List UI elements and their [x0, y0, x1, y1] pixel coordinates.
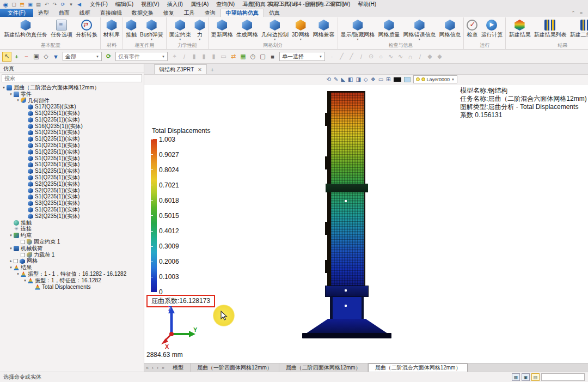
- ribbon-generate-mesh-button[interactable]: 生成网格: [235, 18, 260, 41]
- ribbon-new-task-button[interactable]: 新建结构仿真任务: [2, 18, 49, 38]
- layout-icon[interactable]: ⊞: [386, 76, 390, 82]
- menu-item[interactable]: 编辑(E): [112, 1, 137, 8]
- ribbon-tab[interactable]: 线框: [75, 9, 95, 17]
- sketch-icon[interactable]: ✎: [334, 76, 338, 82]
- curve-snap-icon[interactable]: ∿: [396, 52, 405, 62]
- ribbon-new-result-button[interactable]: 新建结果: [507, 18, 532, 38]
- ribbon-mesh-3d-button[interactable]: 3D网格▾: [290, 18, 311, 41]
- endpoint-snap-icon[interactable]: ╱: [337, 52, 346, 62]
- redo-icon[interactable]: ↷: [51, 1, 58, 8]
- expander-open-icon[interactable]: ▾: [1, 86, 7, 90]
- ribbon-show-hide-mesh-button[interactable]: 显示/隐藏网格▾: [339, 18, 377, 41]
- tree-item[interactable]: ▸网格: [0, 258, 144, 265]
- shaded-view-icon[interactable]: ◧: [348, 76, 353, 82]
- model-tab[interactable]: 屈曲（一阶四面体网格12mm）: [191, 363, 279, 372]
- print-icon[interactable]: ▤: [35, 1, 42, 8]
- ribbon-fixed-constraint-button[interactable]: 固定约束▾: [168, 18, 193, 41]
- ribbon-tab[interactable]: 造型: [33, 9, 54, 17]
- next-tab-icon[interactable]: ›: [155, 363, 160, 372]
- quick-access-dropdown-icon[interactable]: ▾: [68, 1, 75, 8]
- swap-folder-icon[interactable]: ⇄: [229, 52, 238, 62]
- checkbox[interactable]: [21, 240, 25, 244]
- visual-style-icon[interactable]: ◨: [356, 76, 361, 82]
- add-select-icon[interactable]: +: [12, 52, 21, 62]
- ribbon-tab[interactable]: 数据交换: [127, 9, 158, 17]
- new-doc-icon[interactable]: ▢: [10, 1, 17, 8]
- spline-snap-icon[interactable]: ∿: [386, 52, 395, 62]
- ribbon-tab[interactable]: 修复: [158, 9, 179, 17]
- expander-open-icon[interactable]: ▾: [8, 92, 14, 96]
- checkbox[interactable]: [14, 259, 18, 263]
- ribbon-tab[interactable]: 仿真: [264, 9, 285, 17]
- tree-item[interactable]: ▾机械载荷: [0, 245, 144, 252]
- filter-icon[interactable]: ▼: [51, 52, 60, 62]
- ribbon-contact-button[interactable]: 接触: [124, 18, 138, 41]
- tree-item[interactable]: ▾约束: [0, 232, 144, 239]
- box-select-icon[interactable]: ▢: [258, 52, 267, 62]
- ribbon-update-mesh-button[interactable]: 更新网格: [210, 18, 235, 41]
- expander-closed-icon[interactable]: ▸: [8, 259, 14, 263]
- model-tab[interactable]: 模型: [166, 363, 191, 372]
- dot-icon[interactable]: ■: [268, 52, 277, 62]
- arc-snap-icon[interactable]: ∩: [406, 52, 415, 62]
- ribbon-tab[interactable]: 工具: [179, 9, 200, 17]
- history-icon[interactable]: ◷: [248, 52, 258, 62]
- prev-tab-icon[interactable]: ‹: [150, 363, 155, 372]
- expander-open-icon[interactable]: ▾: [8, 265, 14, 270]
- tangent-snap-icon[interactable]: /: [415, 52, 425, 62]
- checkbox[interactable]: [21, 253, 25, 257]
- datum-filter-icon[interactable]: ⌖: [170, 52, 179, 62]
- tree-item[interactable]: ▾零件: [0, 91, 144, 98]
- menu-item[interactable]: 文件(F): [86, 1, 112, 8]
- graphics-canvas[interactable]: 模型名称:钢结构任务名称:屈曲（二阶混合六面体网格12mm)图解类型:屈曲分析 …: [144, 84, 588, 363]
- ribbon-task-options-button[interactable]: 任务选项: [49, 18, 74, 38]
- expander-open-icon[interactable]: ▾: [8, 246, 14, 251]
- model-tab[interactable]: 屈曲（二阶四面体网格12mm）: [279, 363, 368, 372]
- midpoint-snap-icon[interactable]: ╱: [347, 52, 356, 62]
- tree-item[interactable]: ▾振型：1，特征值：16.1282: [0, 277, 144, 284]
- fea-model[interactable]: [325, 91, 369, 339]
- pick-box-icon[interactable]: ▣: [32, 52, 41, 62]
- ribbon-tab[interactable]: 曲面: [54, 9, 75, 17]
- beam-filter-icon[interactable]: ▮: [189, 52, 199, 62]
- ribbon-mesh-error-button[interactable]: 网格错误信息▾: [401, 18, 437, 41]
- save-icon[interactable]: ▣: [27, 1, 34, 8]
- face-color-icon[interactable]: [404, 77, 411, 82]
- layer-dropdown[interactable]: Layer0000 ▼: [413, 75, 458, 83]
- ribbon-new-2d-plot-button[interactable]: 新建二维绘图: [568, 18, 588, 38]
- table-view-icon[interactable]: ▦: [512, 373, 520, 381]
- shell-filter-icon[interactable]: ▮: [199, 52, 209, 62]
- isometric-view-icon[interactable]: ◇: [364, 76, 368, 82]
- ribbon-material-lib-button[interactable]: 材料库: [102, 18, 121, 38]
- menu-item[interactable]: 视图(V): [137, 1, 163, 8]
- model-tab[interactable]: 屈曲（二阶混合六面体网格12mm）: [368, 363, 468, 372]
- polygon-select-icon[interactable]: ◇: [41, 52, 51, 62]
- file-menu-button[interactable]: 文件(F): [0, 9, 33, 17]
- axis-filter-icon[interactable]: /: [180, 52, 189, 62]
- status-input-field[interactable]: [541, 373, 585, 381]
- align-view-icon[interactable]: ◣: [341, 76, 345, 82]
- expander-open-icon[interactable]: ▾: [15, 98, 21, 102]
- part-filter-dropdown[interactable]: 仅有零件▼: [115, 52, 168, 61]
- search-input[interactable]: [4, 75, 139, 81]
- collapse-ribbon-icon[interactable]: ⌃: [571, 10, 575, 16]
- point-snap-icon[interactable]: ·: [327, 52, 336, 62]
- line-snap-icon[interactable]: /: [357, 52, 366, 62]
- ribbon-edge-control-button[interactable]: 几何边控制▾: [260, 18, 290, 41]
- input-mode-icon[interactable]: ▤: [531, 373, 540, 381]
- document-tab[interactable]: 钢结构.Z3PRT ✕: [154, 64, 207, 74]
- ribbon-force-button[interactable]: 力▾: [193, 18, 207, 41]
- last-tab-icon[interactable]: »: [160, 363, 166, 372]
- new-tab-button[interactable]: +: [207, 65, 218, 74]
- ribbon-bush-spring-button[interactable]: Bush弹簧▾: [138, 18, 165, 41]
- undo-icon[interactable]: ↶: [43, 1, 50, 8]
- expander-open-icon[interactable]: ▾: [15, 272, 21, 276]
- expander-open-icon[interactable]: ▾: [8, 233, 14, 238]
- ribbon-tab[interactable]: 中望结构仿真: [220, 9, 264, 17]
- solid-filter-icon[interactable]: ▮: [209, 52, 218, 62]
- window-zoom-icon[interactable]: ▭: [378, 76, 383, 82]
- previous-view-icon[interactable]: ⟲: [327, 76, 331, 82]
- first-tab-icon[interactable]: «: [144, 363, 150, 372]
- ribbon-run-button[interactable]: 运行计算: [479, 18, 504, 38]
- menu-item[interactable]: 查询(N): [212, 1, 238, 8]
